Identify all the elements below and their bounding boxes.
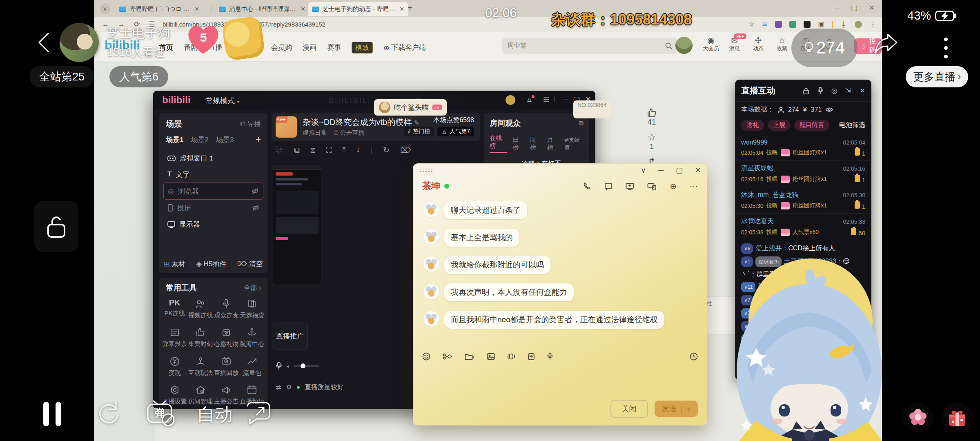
contact-avatar[interactable] <box>423 311 439 327</box>
scene-tab-2[interactable]: 场景2 <box>191 135 208 145</box>
settings-icon[interactable]: ⚙ <box>286 383 292 391</box>
eye-off-icon[interactable] <box>252 188 259 194</box>
collapse-icon[interactable]: ⇲ <box>846 87 851 95</box>
back-button[interactable] <box>36 31 51 56</box>
minimize-icon[interactable]: ─ <box>658 166 664 175</box>
browser-menu-icon[interactable]: ⋮ <box>869 20 876 29</box>
site-search-box[interactable]: 周业繁 <box>502 38 677 54</box>
message-bubble[interactable]: 基本上全是骂我的 <box>444 229 519 247</box>
send-message-button[interactable]: 发送|∨ <box>655 401 698 417</box>
shake-window-icon[interactable] <box>507 353 515 360</box>
like-heart-float[interactable]: 5 <box>185 21 222 58</box>
drag-handle-dots[interactable] <box>419 168 434 173</box>
lock-icon[interactable] <box>803 87 809 94</box>
category-tag[interactable]: 虚拟日常 <box>303 129 327 137</box>
share-button[interactable] <box>874 33 898 57</box>
promo-button[interactable]: 直播推广 <box>272 323 308 350</box>
red-packet-icon[interactable] <box>528 353 535 361</box>
tab-monthly-rank[interactable]: 月榜 <box>547 136 559 151</box>
mode-dropdown[interactable]: 常规模式 ▾ <box>205 96 239 106</box>
chevron-down-icon[interactable]: ∨ <box>641 166 646 175</box>
scene-tab-3[interactable]: 场景3 <box>216 135 234 145</box>
extension-icon[interactable] <box>775 21 782 28</box>
add-scene-button[interactable]: + <box>256 134 261 145</box>
mixer-icon[interactable]: ⇄ <box>276 383 281 391</box>
screen-share-icon[interactable] <box>626 183 634 190</box>
align-top-icon[interactable]: ⤒ <box>342 146 345 155</box>
bookmark-star-icon[interactable]: ☆ <box>748 20 754 29</box>
contact-name[interactable]: 茶坤 <box>422 180 440 192</box>
collapse-icon[interactable]: ◂ <box>286 363 289 369</box>
visibility-tag[interactable]: ⚿ 公开直播 <box>334 129 365 137</box>
nav-gezhi-badge[interactable]: 格致 <box>352 42 373 53</box>
hot-rank-badge[interactable]: ⫽ 热门榜 <box>404 127 434 136</box>
tool-interactive-play[interactable]: 互动玩法 <box>187 352 213 379</box>
likes-float-bubble[interactable]: 274 <box>791 29 858 67</box>
streamer-name[interactable]: 芝士电子狗 <box>107 24 170 42</box>
flower-gift-button[interactable] <box>902 402 933 433</box>
contact-avatar[interactable] <box>423 256 439 272</box>
gift-box-button[interactable] <box>942 402 973 433</box>
mic-icon[interactable] <box>817 87 823 94</box>
tool-pk[interactable]: PKPK连线 <box>162 295 187 322</box>
tool-lucky-bag[interactable]: 天选福袋 <box>239 295 265 322</box>
tab-online-rank[interactable]: 在线榜 <box>490 134 507 153</box>
record-icon[interactable]: ◎ <box>831 87 837 95</box>
close-icon[interactable]: ✕ <box>695 166 701 175</box>
message-bubble[interactable]: 而且我和雨中neo都是开盒的受害者，正在通过法律途径维权 <box>444 311 664 329</box>
edit-icon[interactable]: ✎ <box>414 119 419 126</box>
browser-tab-active[interactable]: 芝士电子狗的动态 - 哔哩哔哩 ✕ <box>308 2 408 16</box>
h5-plugin-button[interactable]: ◈ H5插件 <box>196 259 227 269</box>
source-browser[interactable]: ◎ 浏览器 <box>163 183 263 200</box>
more-live-button[interactable]: 更多直播› <box>906 66 968 87</box>
nav-mall[interactable]: 会员购 <box>271 43 292 52</box>
tool-like-moment[interactable]: 集赞时刻 <box>187 323 213 350</box>
danmaku-list[interactable]: ∨ 6爱上浅井：CCD接上所有人 ∨ 1星织语25土豆尼233333333：😏 … <box>735 240 871 349</box>
maximize-icon[interactable]: ▢ <box>851 4 858 12</box>
more-options-button[interactable] <box>944 38 948 58</box>
nav-download-client[interactable]: ⊕ 下载客户端 <box>383 43 426 52</box>
voice-message-icon[interactable] <box>547 352 553 361</box>
browser-tab-2[interactable]: 消息中心 - 哔哩哔哩弹幕视频网 ✕ <box>215 2 310 16</box>
tool-monetize[interactable]: 变现 <box>162 352 187 379</box>
eye-off-icon[interactable] <box>252 205 259 211</box>
menu-vip[interactable]: ◉大会员 <box>699 36 723 52</box>
like-button[interactable]: 41 <box>640 108 663 127</box>
contact-avatar[interactable] <box>423 283 439 300</box>
refresh-button[interactable] <box>96 400 122 428</box>
filter-guard[interactable]: 上舰 <box>768 120 791 131</box>
mic-icon[interactable] <box>276 362 282 370</box>
quality-auto-button[interactable]: 自动 <box>197 403 233 427</box>
flip-icon[interactable]: ⧖ <box>310 146 316 155</box>
gift-entry[interactable]: 沐沐_mm_苍蓝龙猫02:05:30 02:05:30投喂 粉丝团灯牌x1 1 <box>735 187 871 214</box>
file-folder-icon[interactable] <box>465 353 474 361</box>
source-display[interactable]: 显示器 <box>163 216 263 232</box>
nav-manga[interactable]: 漫画 <box>303 43 316 52</box>
bell-icon[interactable]: 🜂 <box>526 95 533 104</box>
eye-icon[interactable] <box>826 107 833 112</box>
danmaku-input[interactable] <box>745 356 845 363</box>
close-icon[interactable]: ✕ <box>869 4 875 12</box>
contact-avatar[interactable] <box>423 229 439 245</box>
align-bottom-icon[interactable]: ⤓ <box>356 146 360 155</box>
tool-audience-mic[interactable]: 观众连麦 <box>214 295 239 322</box>
maximize-icon[interactable]: ▢ <box>676 166 683 175</box>
danmaku-toggle-off-button[interactable]: 弹 <box>145 399 177 430</box>
gift-entry[interactable]: 流星夜蜈蚣02:05:16 02:05:16投喂 粉丝团灯牌x1 1 <box>735 160 871 187</box>
popout-icon[interactable]: ⧉ <box>579 120 584 127</box>
layers-icon[interactable]: ⧉ <box>294 146 300 155</box>
volume-slider[interactable] <box>293 365 319 367</box>
emoji-icon[interactable] <box>422 352 430 361</box>
more-icon[interactable]: ⋯ <box>690 181 698 191</box>
tab-weekly-rank[interactable]: 周榜 <box>530 136 541 151</box>
tool-wish-gift[interactable]: 心愿礼物 <box>214 323 239 350</box>
page-user-chip[interactable]: 吃个鲨头喵 LV <box>374 99 447 116</box>
send-options-chevron[interactable]: ∨ <box>686 406 690 412</box>
message-bubble[interactable]: 我就给你截那附近的可以吗 <box>444 256 550 274</box>
send-comment-button[interactable] <box>244 400 273 428</box>
close-tab-icon[interactable]: ✕ <box>399 6 404 12</box>
refresh-icon[interactable]: ↻ <box>383 145 390 155</box>
popularity-badge[interactable]: 🜂 人气第7 <box>437 127 474 136</box>
voice-call-icon[interactable] <box>583 182 591 190</box>
menu-dynamics[interactable]: ✣动态 <box>746 36 770 52</box>
